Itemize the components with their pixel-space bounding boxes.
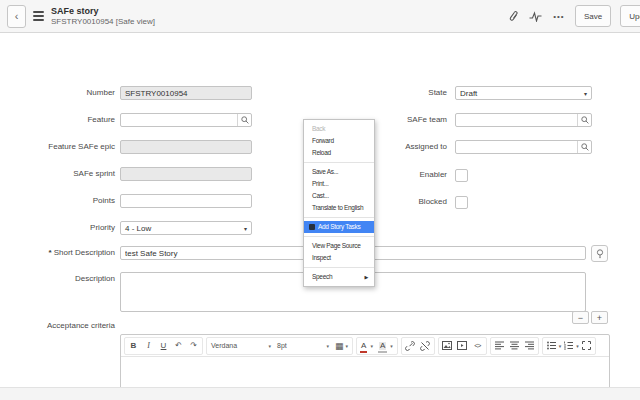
font-name-chevron-icon: ▾: [268, 343, 271, 349]
align-left-icon[interactable]: [492, 339, 507, 353]
header-actions: ••• Save Update: [506, 5, 640, 27]
blocked-checkbox[interactable]: [455, 196, 468, 209]
acceptance-criteria-label: Acceptance criteria: [5, 319, 115, 333]
back-button[interactable]: ‹: [7, 5, 26, 28]
record-title-block: SAFe story SFSTRY0010954 [Safe view]: [51, 6, 155, 26]
underline-icon[interactable]: U: [156, 339, 171, 353]
table-menu-button[interactable]: ▦ ▾: [332, 339, 351, 353]
assigned-to-input[interactable]: [456, 141, 581, 153]
editor-group-color: A ▾ A ▾: [356, 337, 398, 355]
align-right-icon[interactable]: [522, 339, 537, 353]
feature-field: [120, 113, 252, 127]
menu-item-translate[interactable]: Translate to English: [304, 202, 374, 214]
background-color-icon: A: [379, 342, 386, 350]
background-color-button[interactable]: A ▾: [376, 339, 396, 353]
undo-icon[interactable]: ↶: [171, 339, 186, 353]
align-center-icon[interactable]: [507, 339, 522, 353]
italic-icon[interactable]: I: [141, 339, 156, 353]
knowledge-search-icon[interactable]: [591, 245, 608, 262]
submenu-arrow-icon: ▶: [364, 271, 368, 283]
editor-grow-button[interactable]: +: [591, 311, 608, 324]
state-value: Draft: [460, 89, 477, 98]
window-bottom-strip: [0, 387, 640, 400]
menu-separator: [304, 236, 374, 237]
editor-shrink-button[interactable]: −: [572, 311, 589, 324]
priority-label: Priority: [5, 221, 115, 235]
number-label: Number: [5, 86, 115, 100]
form-context-menu-icon[interactable]: [33, 11, 44, 21]
priority-chevron-icon: ▾: [244, 225, 247, 232]
update-button[interactable]: Update: [620, 5, 640, 27]
menu-item-forward[interactable]: Forward: [304, 135, 374, 147]
state-chevron-icon: ▾: [584, 90, 587, 97]
activity-stream-icon[interactable]: [529, 9, 543, 23]
enabler-checkbox[interactable]: [455, 169, 468, 182]
more-options-icon[interactable]: •••: [552, 9, 566, 23]
menu-item-print[interactable]: Print...: [304, 178, 374, 190]
text-color-button[interactable]: A ▾: [358, 339, 376, 353]
menu-item-save-as[interactable]: Save As...: [304, 166, 374, 178]
short-description-label: *Short Description: [5, 246, 115, 260]
priority-select[interactable]: 4 - Low ▾: [120, 221, 252, 235]
menu-item-speech[interactable]: Speech ▶: [304, 271, 374, 283]
description-label: Description: [5, 272, 115, 286]
attachment-icon[interactable]: [506, 9, 520, 23]
numbered-list-icon[interactable]: [561, 339, 576, 353]
feature-safe-epic-field: [120, 140, 252, 154]
editor-group-link: [401, 337, 435, 355]
page-title: SAFe story: [51, 6, 155, 16]
redo-icon[interactable]: ↷: [186, 339, 201, 353]
safe-team-input[interactable]: [456, 114, 581, 126]
insert-media-icon[interactable]: [455, 339, 470, 353]
state-label: State: [337, 86, 447, 100]
required-asterisk-icon: *: [49, 248, 52, 257]
points-field[interactable]: [120, 194, 252, 208]
editor-group-lists: ▾ ▾: [542, 337, 596, 355]
safe-sprint-label: SAFe sprint: [5, 167, 115, 181]
menu-item-view-page-source[interactable]: View Page Source: [304, 240, 374, 252]
table-icon: ▦: [335, 341, 344, 351]
editor-group-media: <>: [438, 337, 487, 355]
extension-icon: [309, 224, 315, 230]
safe-team-search-icon[interactable]: [577, 114, 591, 126]
text-color-icon: A: [361, 342, 366, 350]
editor-toolbar: B I U ↶ ↷ Verdana ▾ 8pt ▾ ▦: [121, 335, 609, 357]
font-name-select[interactable]: Verdana ▾: [208, 339, 274, 353]
form-header: ‹ SAFe story SFSTRY0010954 [Safe view] •…: [0, 0, 640, 33]
feature-safe-epic-label: Feature SAFe epic: [5, 140, 115, 154]
number-field[interactable]: [120, 86, 252, 100]
browser-context-menu: Back Forward Reload Save As... Print... …: [303, 119, 375, 287]
font-size-chevron-icon: ▾: [326, 343, 329, 349]
assigned-to-search-icon[interactable]: [577, 141, 591, 153]
feature-input[interactable]: [121, 114, 241, 126]
save-button[interactable]: Save: [575, 5, 611, 27]
source-code-icon[interactable]: <>: [470, 339, 485, 353]
record-number-subtitle: SFSTRY0010954 [Safe view]: [51, 17, 155, 26]
menu-separator: [304, 217, 374, 218]
feature-search-icon[interactable]: [237, 114, 251, 126]
menu-item-add-story-tasks[interactable]: Add Story Tasks: [304, 221, 374, 233]
fullscreen-icon[interactable]: [579, 339, 594, 353]
safe-team-field: [455, 113, 592, 127]
bullet-list-icon[interactable]: [544, 339, 559, 353]
safe-story-form-page: ‹ SAFe story SFSTRY0010954 [Safe view] •…: [0, 0, 640, 400]
font-size-select[interactable]: 8pt ▾: [274, 339, 332, 353]
insert-link-icon[interactable]: [403, 339, 418, 353]
menu-item-cast[interactable]: Cast...: [304, 190, 374, 202]
menu-item-back: Back: [304, 123, 374, 135]
editor-group-font: Verdana ▾ 8pt ▾ ▦ ▾: [206, 337, 353, 355]
state-select[interactable]: Draft ▾: [455, 86, 592, 100]
table-chevron-icon: ▾: [346, 343, 349, 349]
bold-icon[interactable]: B: [126, 339, 141, 353]
points-label: Points: [5, 194, 115, 208]
remove-link-icon[interactable]: [418, 339, 433, 353]
editor-group-format: B I U ↶ ↷: [124, 337, 203, 355]
insert-image-icon[interactable]: [440, 339, 455, 353]
menu-item-inspect[interactable]: Inspect: [304, 252, 374, 264]
menu-separator: [304, 162, 374, 163]
feature-label: Feature: [5, 113, 115, 127]
priority-value: 4 - Low: [125, 224, 151, 233]
assigned-to-field: [455, 140, 592, 154]
back-chevron-icon: ‹: [15, 10, 19, 22]
menu-item-reload[interactable]: Reload: [304, 147, 374, 159]
